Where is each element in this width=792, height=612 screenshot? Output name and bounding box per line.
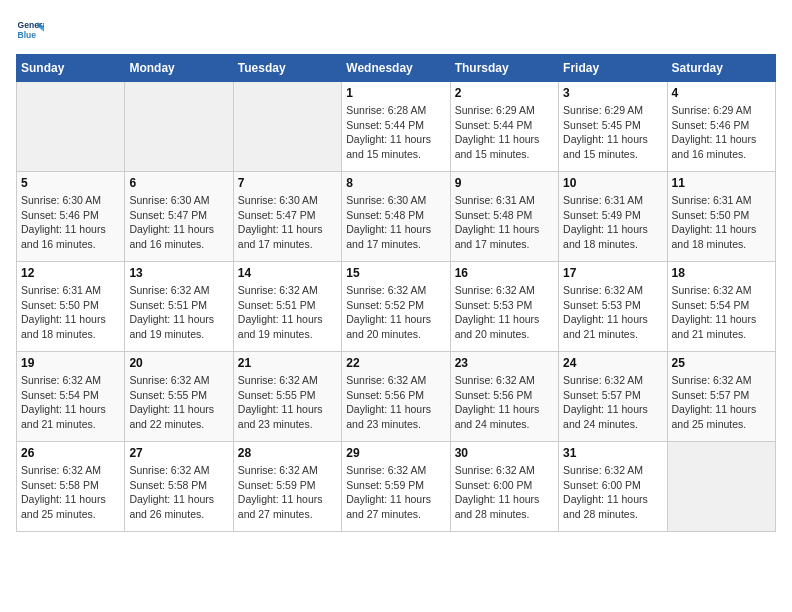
header: General Blue [16, 16, 776, 44]
day-info: Sunrise: 6:32 AMSunset: 5:55 PMDaylight:… [238, 373, 337, 432]
day-number: 11 [672, 176, 771, 190]
day-info: Sunrise: 6:31 AMSunset: 5:50 PMDaylight:… [672, 193, 771, 252]
day-info: Sunrise: 6:32 AMSunset: 6:00 PMDaylight:… [563, 463, 662, 522]
header-wednesday: Wednesday [342, 55, 450, 82]
day-info: Sunrise: 6:32 AMSunset: 5:56 PMDaylight:… [455, 373, 554, 432]
day-number: 19 [21, 356, 120, 370]
day-info: Sunrise: 6:32 AMSunset: 5:51 PMDaylight:… [129, 283, 228, 342]
day-number: 9 [455, 176, 554, 190]
day-number: 31 [563, 446, 662, 460]
day-info: Sunrise: 6:32 AMSunset: 5:59 PMDaylight:… [238, 463, 337, 522]
day-number: 4 [672, 86, 771, 100]
calendar-cell [667, 442, 775, 532]
day-info: Sunrise: 6:31 AMSunset: 5:50 PMDaylight:… [21, 283, 120, 342]
day-info: Sunrise: 6:30 AMSunset: 5:46 PMDaylight:… [21, 193, 120, 252]
day-info: Sunrise: 6:32 AMSunset: 5:56 PMDaylight:… [346, 373, 445, 432]
day-number: 27 [129, 446, 228, 460]
calendar-cell [125, 82, 233, 172]
logo: General Blue [16, 16, 48, 44]
day-info: Sunrise: 6:32 AMSunset: 5:58 PMDaylight:… [21, 463, 120, 522]
day-info: Sunrise: 6:32 AMSunset: 5:57 PMDaylight:… [672, 373, 771, 432]
calendar-cell: 4Sunrise: 6:29 AMSunset: 5:46 PMDaylight… [667, 82, 775, 172]
header-friday: Friday [559, 55, 667, 82]
header-sunday: Sunday [17, 55, 125, 82]
calendar-cell: 24Sunrise: 6:32 AMSunset: 5:57 PMDayligh… [559, 352, 667, 442]
day-info: Sunrise: 6:30 AMSunset: 5:47 PMDaylight:… [238, 193, 337, 252]
calendar-cell: 7Sunrise: 6:30 AMSunset: 5:47 PMDaylight… [233, 172, 341, 262]
logo-icon: General Blue [16, 16, 44, 44]
calendar-cell: 12Sunrise: 6:31 AMSunset: 5:50 PMDayligh… [17, 262, 125, 352]
day-number: 21 [238, 356, 337, 370]
calendar-cell: 15Sunrise: 6:32 AMSunset: 5:52 PMDayligh… [342, 262, 450, 352]
header-thursday: Thursday [450, 55, 558, 82]
day-number: 2 [455, 86, 554, 100]
calendar-cell: 11Sunrise: 6:31 AMSunset: 5:50 PMDayligh… [667, 172, 775, 262]
day-number: 16 [455, 266, 554, 280]
calendar-cell: 5Sunrise: 6:30 AMSunset: 5:46 PMDaylight… [17, 172, 125, 262]
day-number: 3 [563, 86, 662, 100]
calendar-cell: 27Sunrise: 6:32 AMSunset: 5:58 PMDayligh… [125, 442, 233, 532]
day-number: 13 [129, 266, 228, 280]
day-number: 18 [672, 266, 771, 280]
day-info: Sunrise: 6:32 AMSunset: 5:55 PMDaylight:… [129, 373, 228, 432]
header-monday: Monday [125, 55, 233, 82]
calendar-week-row: 19Sunrise: 6:32 AMSunset: 5:54 PMDayligh… [17, 352, 776, 442]
calendar-cell: 26Sunrise: 6:32 AMSunset: 5:58 PMDayligh… [17, 442, 125, 532]
day-info: Sunrise: 6:32 AMSunset: 5:52 PMDaylight:… [346, 283, 445, 342]
day-number: 28 [238, 446, 337, 460]
day-info: Sunrise: 6:29 AMSunset: 5:44 PMDaylight:… [455, 103, 554, 162]
day-info: Sunrise: 6:32 AMSunset: 5:58 PMDaylight:… [129, 463, 228, 522]
day-number: 15 [346, 266, 445, 280]
svg-text:Blue: Blue [18, 30, 37, 40]
day-number: 14 [238, 266, 337, 280]
calendar-week-row: 1Sunrise: 6:28 AMSunset: 5:44 PMDaylight… [17, 82, 776, 172]
day-number: 23 [455, 356, 554, 370]
day-number: 22 [346, 356, 445, 370]
day-info: Sunrise: 6:32 AMSunset: 5:54 PMDaylight:… [21, 373, 120, 432]
header-saturday: Saturday [667, 55, 775, 82]
day-info: Sunrise: 6:31 AMSunset: 5:49 PMDaylight:… [563, 193, 662, 252]
calendar-cell: 14Sunrise: 6:32 AMSunset: 5:51 PMDayligh… [233, 262, 341, 352]
day-number: 20 [129, 356, 228, 370]
calendar-cell [233, 82, 341, 172]
day-info: Sunrise: 6:29 AMSunset: 5:45 PMDaylight:… [563, 103, 662, 162]
calendar-cell: 9Sunrise: 6:31 AMSunset: 5:48 PMDaylight… [450, 172, 558, 262]
day-number: 30 [455, 446, 554, 460]
calendar-cell: 25Sunrise: 6:32 AMSunset: 5:57 PMDayligh… [667, 352, 775, 442]
calendar-cell: 29Sunrise: 6:32 AMSunset: 5:59 PMDayligh… [342, 442, 450, 532]
day-number: 5 [21, 176, 120, 190]
day-info: Sunrise: 6:28 AMSunset: 5:44 PMDaylight:… [346, 103, 445, 162]
day-info: Sunrise: 6:32 AMSunset: 5:53 PMDaylight:… [455, 283, 554, 342]
day-info: Sunrise: 6:32 AMSunset: 5:57 PMDaylight:… [563, 373, 662, 432]
calendar-cell: 18Sunrise: 6:32 AMSunset: 5:54 PMDayligh… [667, 262, 775, 352]
day-number: 7 [238, 176, 337, 190]
day-number: 25 [672, 356, 771, 370]
day-info: Sunrise: 6:30 AMSunset: 5:47 PMDaylight:… [129, 193, 228, 252]
calendar-cell: 30Sunrise: 6:32 AMSunset: 6:00 PMDayligh… [450, 442, 558, 532]
day-info: Sunrise: 6:32 AMSunset: 5:51 PMDaylight:… [238, 283, 337, 342]
day-info: Sunrise: 6:32 AMSunset: 5:54 PMDaylight:… [672, 283, 771, 342]
calendar-cell: 19Sunrise: 6:32 AMSunset: 5:54 PMDayligh… [17, 352, 125, 442]
calendar-cell: 31Sunrise: 6:32 AMSunset: 6:00 PMDayligh… [559, 442, 667, 532]
calendar-cell [17, 82, 125, 172]
calendar-cell: 20Sunrise: 6:32 AMSunset: 5:55 PMDayligh… [125, 352, 233, 442]
calendar-week-row: 26Sunrise: 6:32 AMSunset: 5:58 PMDayligh… [17, 442, 776, 532]
calendar-cell: 22Sunrise: 6:32 AMSunset: 5:56 PMDayligh… [342, 352, 450, 442]
day-number: 10 [563, 176, 662, 190]
calendar-week-row: 5Sunrise: 6:30 AMSunset: 5:46 PMDaylight… [17, 172, 776, 262]
calendar-week-row: 12Sunrise: 6:31 AMSunset: 5:50 PMDayligh… [17, 262, 776, 352]
day-info: Sunrise: 6:29 AMSunset: 5:46 PMDaylight:… [672, 103, 771, 162]
day-info: Sunrise: 6:32 AMSunset: 5:59 PMDaylight:… [346, 463, 445, 522]
calendar-cell: 3Sunrise: 6:29 AMSunset: 5:45 PMDaylight… [559, 82, 667, 172]
day-number: 24 [563, 356, 662, 370]
calendar-cell: 17Sunrise: 6:32 AMSunset: 5:53 PMDayligh… [559, 262, 667, 352]
calendar-cell: 13Sunrise: 6:32 AMSunset: 5:51 PMDayligh… [125, 262, 233, 352]
calendar-cell: 28Sunrise: 6:32 AMSunset: 5:59 PMDayligh… [233, 442, 341, 532]
day-number: 17 [563, 266, 662, 280]
day-info: Sunrise: 6:32 AMSunset: 5:53 PMDaylight:… [563, 283, 662, 342]
calendar-cell: 21Sunrise: 6:32 AMSunset: 5:55 PMDayligh… [233, 352, 341, 442]
day-number: 8 [346, 176, 445, 190]
calendar-cell: 23Sunrise: 6:32 AMSunset: 5:56 PMDayligh… [450, 352, 558, 442]
calendar-cell: 1Sunrise: 6:28 AMSunset: 5:44 PMDaylight… [342, 82, 450, 172]
day-number: 29 [346, 446, 445, 460]
